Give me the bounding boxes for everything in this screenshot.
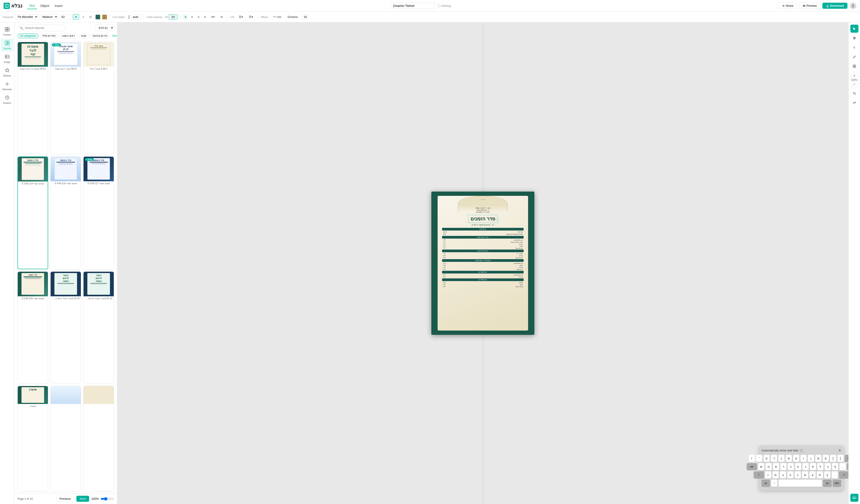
kb-key-enter[interactable]: ↩ (847, 463, 849, 470)
layout-card-10[interactable]: שיעורנ שיעורנ (17, 386, 48, 491)
filter-nedorim[interactable]: נדרים וגדבות (90, 33, 110, 38)
sidebar-item-layouts[interactable]: Layouts (1, 39, 13, 51)
filter-tag-1[interactable]: חודרש אלל (40, 33, 58, 38)
list-unordered-button[interactable]: ☰▾ (237, 14, 245, 20)
kb-key-shin[interactable]: ש (758, 463, 764, 470)
kb-key-bet[interactable]: ב (780, 471, 786, 478)
layout-card-11[interactable] (51, 386, 81, 491)
kb-key-zayin[interactable]: ז (765, 471, 771, 478)
kb-key-het[interactable]: ח (810, 463, 816, 470)
kb-key-tab[interactable]: tab (747, 463, 757, 470)
kb-key-tav[interactable]: ת (817, 471, 823, 478)
kb-key-abc[interactable]: ABC (833, 479, 841, 487)
effects-value[interactable]: 10 (302, 14, 309, 19)
search-input[interactable] (17, 25, 66, 31)
letter-spacing-value[interactable]: 24 (169, 14, 177, 19)
kb-key-space[interactable] (778, 479, 822, 487)
kb-key-del[interactable]: ⌫ (845, 455, 849, 462)
kb-key-bracket-r[interactable]: ] (830, 455, 836, 462)
doc-title-input[interactable] (390, 3, 435, 9)
filter-all[interactable]: All categories (17, 33, 39, 38)
kb-key-shift-r[interactable]: ⇧ (839, 471, 849, 478)
kb-key-lamed[interactable]: ל (817, 463, 823, 470)
redo-button[interactable] (850, 99, 858, 107)
kb-key-samech[interactable]: ס (772, 471, 779, 478)
layout-card-6[interactable]: • New סדר ה-מנמם זמנים תשרי 40-117-S 5 (83, 157, 114, 269)
kb-key-vav[interactable]: ו (800, 455, 807, 462)
line-height-value[interactable]: auto (131, 14, 141, 19)
kb-key-kaf-sofit[interactable]: ך (825, 463, 831, 470)
size-selector[interactable]: 8.5×11 (96, 25, 114, 31)
kb-key-bracket-l[interactable]: [ (837, 455, 844, 462)
font-weight-select[interactable]: Medium (40, 14, 58, 20)
keyboard-close-button[interactable]: ✕ (838, 448, 841, 453)
draw-tool-button[interactable] (850, 53, 858, 61)
kb-key-tsadi-sofit[interactable]: ץ (824, 471, 830, 478)
layout-card-9[interactable]: הכנהלראשהשנה 51-11 שיעור הכנה לראש השנה (83, 271, 114, 384)
preview-button[interactable]: Preview (799, 2, 820, 9)
kb-key-alt-l[interactable]: alt (761, 479, 770, 487)
grid-tool-button[interactable] (850, 62, 858, 70)
nav-object[interactable]: Object (38, 3, 52, 9)
nav-text[interactable]: Text (27, 2, 37, 9)
layout-card-7[interactable]: סדר תפמם זמנים תשרי 40-118-S 6 (17, 271, 48, 384)
kb-key-yod[interactable]: י (771, 479, 777, 487)
kb-key-he[interactable]: ה (787, 471, 793, 478)
next-button[interactable]: Next (76, 496, 89, 502)
avatar[interactable] (850, 2, 857, 9)
sidebar-item-zmanim[interactable]: Zmanim (1, 93, 13, 106)
shadow-button[interactable]: Shadow (285, 14, 300, 20)
align-right-button[interactable]: ≡ (196, 14, 201, 20)
font-size-input[interactable] (60, 14, 71, 19)
sidebar-item-elements[interactable]: Elements (1, 80, 13, 92)
kb-key-tet[interactable]: ט (793, 455, 799, 462)
kb-key-resh2[interactable]: ר (780, 463, 787, 470)
arc-button[interactable]: Arc (271, 14, 284, 20)
kb-key-quote[interactable]: ' (756, 455, 762, 462)
underline-button[interactable]: U (87, 14, 94, 20)
layout-card-5[interactable]: סדר ה-מנמם זמנים תשרי 40-116-S 4 (51, 157, 81, 269)
kb-key-pe-sofit[interactable]: ף (832, 463, 838, 470)
nav-insert[interactable]: Insert (53, 3, 65, 9)
kb-key-tet2[interactable]: ט (765, 463, 772, 470)
filter-shabbat[interactable]: שבת (78, 33, 89, 38)
list-ordered-button[interactable]: ☰▾ (247, 14, 255, 20)
sidebar-item-image[interactable]: Image (1, 53, 13, 65)
kb-key-resh[interactable]: ר (771, 455, 777, 462)
kb-key-period[interactable]: . (840, 463, 846, 470)
kb-key-alef2[interactable]: א (773, 463, 779, 470)
select-tool-button[interactable] (850, 25, 858, 33)
kb-key-nun[interactable]: נ (802, 463, 809, 470)
layout-card-4[interactable]: סדר ה-מנמם זמנים תשרי 40-114-S 3 (17, 157, 48, 269)
kb-key-pe2[interactable]: פ (822, 455, 829, 462)
italic-button[interactable]: I (81, 14, 86, 20)
kb-key-kaf[interactable]: כ (778, 455, 785, 462)
kb-key-ayin[interactable]: ע (795, 463, 801, 470)
share-button[interactable]: Share (778, 2, 797, 9)
pan-tool-button[interactable] (850, 34, 858, 42)
kb-key-mem[interactable]: מ (815, 455, 821, 462)
undo-button[interactable] (850, 90, 858, 98)
layout-card-2[interactable]: • New שיעור סון פלללין לין 39-61 שער ראש… (51, 42, 81, 154)
sidebar-item-frames[interactable]: Frames (1, 25, 13, 38)
layout-card-1[interactable]: מעסרותלכבדקטי 39-51 מעשרות ראש השנה (17, 42, 48, 154)
text-color-swatch[interactable] (96, 15, 100, 19)
kb-key-kaf2[interactable]: כ (788, 463, 794, 470)
download-button[interactable]: Download (822, 3, 847, 9)
kb-key-mem2[interactable]: מ (802, 471, 808, 478)
kb-key-tsadi[interactable]: צ (809, 471, 816, 478)
kb-key-pe[interactable]: פ (763, 455, 770, 462)
kb-key-nun-sofit[interactable]: ן (808, 455, 814, 462)
kb-key-shift-l[interactable]: ⇧ (754, 471, 764, 478)
filter-rosh-hashana[interactable]: ראש השנה (59, 33, 77, 38)
align-left-button[interactable]: ≡ (183, 14, 188, 20)
align-center-button[interactable]: ≡ (190, 14, 195, 20)
kb-key-nun2[interactable]: נ (794, 471, 801, 478)
prev-button[interactable]: Previous (56, 496, 74, 502)
kb-key-alt-r[interactable]: alt (823, 479, 832, 487)
text-direction-button[interactable]: ⇄A (209, 14, 217, 19)
zoom-out-button[interactable]: − (851, 82, 857, 87)
kb-key-period2[interactable]: . (832, 471, 838, 478)
keyboard-toggle-button[interactable] (850, 494, 858, 502)
bold-button[interactable]: B (73, 14, 79, 20)
